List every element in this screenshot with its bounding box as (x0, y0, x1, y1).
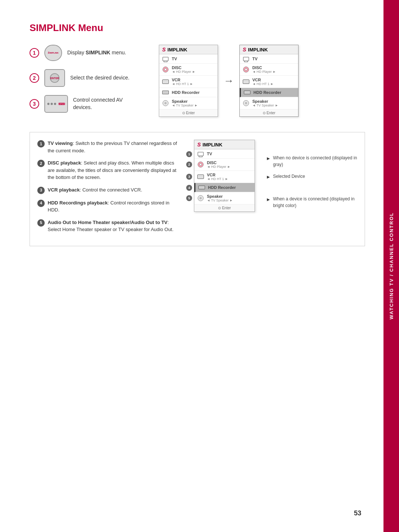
hdd-icon2 (244, 90, 250, 95)
desc-3: VCR playback: Control the connected VCR. (48, 186, 178, 194)
logo-s1: S (162, 47, 166, 52)
speaker-text: Speaker ◄ TV Speaker ► (172, 99, 215, 107)
logo-text3: IMPLINK (202, 142, 222, 148)
row-tv-numbered: 1 TV (194, 149, 255, 159)
disc-text2: DISC ◄ HD Player ► (252, 65, 295, 74)
ptr-1: 1 (186, 151, 192, 157)
row-hdd-numbered: 4 HDD Recorder (194, 183, 255, 192)
speaker-sub2: ◄ TV Speaker ► (252, 104, 295, 107)
speaker-text3: Speaker ◄ TV Speaker ► (207, 194, 252, 202)
tv-icon3 (197, 151, 204, 156)
ctrl-dots (47, 103, 56, 105)
menu2-tv: TV (240, 54, 298, 64)
menu3-tv: TV (194, 149, 255, 159)
tv-icon (162, 56, 169, 61)
menu1-disc: DISC ◄ HD Player ► (159, 64, 218, 76)
dot3 (54, 103, 56, 105)
menu3-disc: DISC ◄ HD Player ► (194, 159, 255, 171)
vcr-sub2: ◄ HD HT 1 ► (252, 82, 295, 86)
hdd-icon3 (198, 185, 205, 190)
info-list: 1 TV viewing: Switch to the previous TV … (37, 140, 178, 238)
vcr-text: VCR ◄ HD HT 1 ► (172, 78, 215, 86)
menu3-speaker: Speaker ◄ TV Speaker ► (194, 192, 255, 204)
menu2-hdd-selected: HDD Recorder (240, 88, 298, 97)
ptr-4: 4 (186, 185, 192, 191)
badge-3: 3 (37, 187, 45, 194)
disc-icon (162, 67, 169, 72)
info-item-4: 4 HDD Recordings playback: Control recor… (37, 199, 178, 214)
simplink-menu-numbered: S IMPLINK 1 TV 2 (194, 140, 255, 212)
step3-text: Control connected AV devices. (73, 96, 140, 111)
menu2-vcr: VCR ◄ HD HT 1 ► (240, 76, 298, 88)
speaker-label2: Speaker (252, 99, 295, 104)
logo-s2: S (243, 47, 246, 52)
badge-1: 1 (37, 140, 45, 148)
info-item-3: 3 VCR playback: Control the connected VC… (37, 186, 178, 194)
row-vcr-numbered: 3 VCR ◄ HD HT 1 ► (194, 171, 255, 183)
arrow-2: ► (266, 173, 271, 181)
step-3: 3 ENTER Control connected AV devices. (30, 95, 140, 113)
disc-sub2: ◄ HD Player ► (252, 70, 295, 74)
row-speaker-numbered: 5 Speaker ◄ TV Speaker ► (194, 192, 255, 204)
menu1-speaker: Speaker ◄ TV Speaker ► (159, 97, 218, 109)
disc-text: DISC ◄ HD Player ► (172, 65, 215, 74)
arrow-1: ► (266, 155, 271, 162)
tv-label: TV (172, 57, 177, 61)
menu3-vcr: VCR ◄ HD HT 1 ► (194, 171, 255, 183)
badge-2: 2 (37, 160, 45, 167)
menu2-speaker: Speaker ◄ TV Speaker ► (240, 97, 298, 109)
logo-text1: IMPLINK (167, 47, 187, 52)
page-container: SIMPLINK Menu 1 SIMPLINK Display SIMPLIN… (0, 0, 399, 532)
simplink-header3: S IMPLINK (194, 140, 255, 149)
vcr-icon2 (243, 79, 249, 84)
info-box: 1 TV viewing: Switch to the previous TV … (30, 132, 365, 246)
badge-5: 5 (37, 219, 45, 227)
row-disc-numbered: 2 DISC ◄ HD Player ► (194, 159, 255, 171)
tv-icon2 (243, 56, 249, 61)
simplink-header1: S IMPLINK (159, 45, 218, 54)
badge-4: 4 (37, 200, 45, 207)
legend-text-3: When a device is connected (displayed in… (273, 196, 357, 209)
hdd-label3: HDD Recorder (208, 185, 236, 190)
speaker-icon3 (197, 196, 204, 201)
vcr-text2: VCR ◄ HD HT 1 ► (252, 78, 295, 86)
side-tab: WATCHING TV / CHANNEL CONTROL (383, 0, 399, 532)
main-content: SIMPLINK Menu 1 SIMPLINK Display SIMPLIN… (0, 0, 383, 532)
dot2 (51, 103, 53, 105)
simplink-header2: S IMPLINK (240, 45, 298, 54)
speaker-text2: Speaker ◄ TV Speaker ► (252, 99, 295, 107)
legend-2: ► Selected Device (266, 173, 357, 181)
simplink-footer2: ⊙ Enter (240, 109, 298, 116)
step2-icon: ENTER (44, 69, 65, 87)
step1-text: Display SIMPLINK menu. (67, 49, 126, 57)
step-1: 1 SIMPLINK Display SIMPLINK menu. (30, 45, 140, 61)
disc-label2: DISC (252, 65, 295, 70)
vcr-sub3: ◄ HD HT 1 ► (207, 177, 252, 181)
hdd-label: HDD Recorder (172, 90, 200, 95)
menu2-disc: DISC ◄ HD Player ► (240, 64, 298, 76)
disc-sub3: ◄ HD Player ► (207, 165, 252, 169)
step3-icon: ENTER (44, 95, 68, 113)
info-item-1: 1 TV viewing: Switch to the previous TV … (37, 140, 178, 154)
arrow-3: ► (266, 196, 271, 203)
vcr-sub: ◄ HD HT 1 ► (172, 82, 215, 86)
desc-5: Audio Out to Home Theater speaker/Audio … (48, 219, 178, 233)
legend-text-2: Selected Device (273, 173, 305, 180)
legend-area: ► When no device is connected (displayed… (262, 140, 357, 238)
simplink-menu-before: S IMPLINK TV DISC ◄ HD Player ► (159, 45, 218, 117)
info-center-menu: S IMPLINK 1 TV 2 (185, 140, 255, 238)
steps-area: 1 SIMPLINK Display SIMPLINK menu. 2 ENTE… (30, 45, 365, 121)
vcr-label: VCR (172, 78, 215, 82)
disc-label3: DISC (207, 160, 252, 165)
page-title: SIMPLINK Menu (30, 22, 365, 34)
step3-number: 3 (30, 99, 39, 109)
disc-icon3 (197, 162, 204, 167)
ptr-3: 3 (186, 174, 192, 180)
simplink-footer1: ⊙ Enter (159, 109, 218, 116)
speaker-label3: Speaker (207, 194, 252, 199)
disc-label: DISC (172, 65, 215, 70)
desc-4: HDD Recordings playback: Control recordi… (48, 199, 178, 214)
steps-list: 1 SIMPLINK Display SIMPLINK menu. 2 ENTE… (30, 45, 140, 121)
info-item-5: 5 Audio Out to Home Theater speaker/Audi… (37, 219, 178, 233)
vcr-icon3 (197, 174, 204, 179)
